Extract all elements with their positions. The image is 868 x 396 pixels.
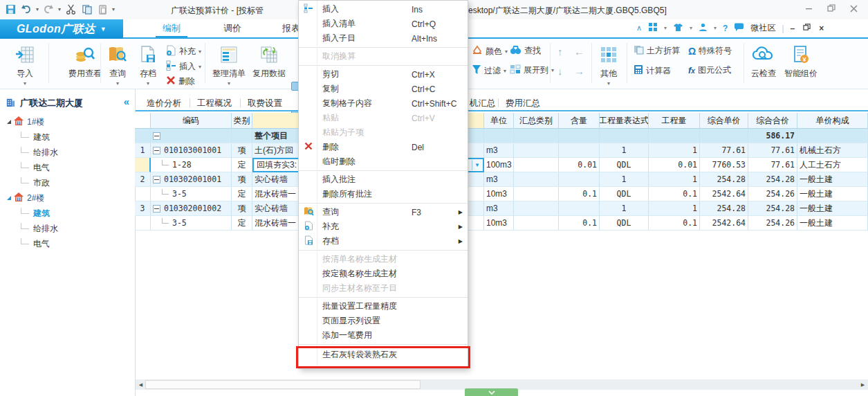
move-down-icon[interactable]: ↓: [557, 65, 563, 77]
doc-close-button[interactable]: ×: [819, 24, 824, 33]
table-row[interactable]: 2 010302001001 项 实心砖墙 m3 1 1 254.28 254.…: [135, 172, 868, 187]
menu-item-delete[interactable]: 删除Del: [299, 140, 468, 154]
table-row[interactable]: 3-5 定 混水砖墙一 10m3 0.1 QDL 0.1 2542.64 254…: [135, 216, 868, 231]
undo-icon[interactable]: [20, 3, 33, 15]
menu-item-add-fee[interactable]: 添加一笔费用: [299, 328, 468, 343]
collapse-minus-icon[interactable]: [153, 205, 160, 213]
earthwork-button[interactable]: 土方折算: [634, 45, 680, 57]
color-button[interactable]: 颜色▾: [472, 45, 508, 57]
tree-leaf-electrical[interactable]: 电气: [0, 236, 135, 251]
tree-leaf-construction-selected[interactable]: 建筑: [0, 206, 135, 221]
move-right-icon[interactable]: →: [574, 65, 584, 77]
tree-node-building2[interactable]: 2#楼: [0, 190, 135, 206]
menu-item-cut[interactable]: 剪切Ctrl+X: [299, 67, 468, 82]
doc-restore-button[interactable]: [803, 24, 811, 33]
menu-item-batch-set-qty-precision[interactable]: 批量设置工程量精度: [299, 299, 468, 314]
tree-leaf-electrical[interactable]: 电气: [0, 160, 135, 175]
smart-pricing-button[interactable]: ¥ 智能组价: [782, 43, 820, 80]
tab-edit[interactable]: 编制: [156, 19, 187, 37]
element-formula-button[interactable]: fx 图元公式: [688, 64, 731, 76]
query-button[interactable]: 查询 ▾: [102, 43, 133, 87]
header-amount[interactable]: 含量: [559, 113, 600, 129]
panel-expand-toggle[interactable]: [465, 388, 518, 396]
sidebar-collapse-icon[interactable]: «: [124, 96, 129, 107]
table-row-selected[interactable]: 1-28 定 回填夯实3:▼ 100m3 0.01 QDL 0.01 7760.…: [135, 158, 868, 172]
header-code[interactable]: 编码: [151, 113, 232, 129]
expanded-triangle-icon[interactable]: [7, 120, 11, 124]
app-logo[interactable]: GLodon广联达 ▼: [0, 19, 123, 39]
close-button[interactable]: [849, 4, 858, 13]
paste-icon[interactable]: [96, 3, 109, 15]
collapse-minus-icon[interactable]: [153, 147, 160, 154]
header-category[interactable]: 类别: [232, 113, 252, 129]
doc-minimize-button[interactable]: –: [791, 24, 795, 33]
menu-item-delete-all-annotations[interactable]: 删除所有批注: [299, 187, 468, 201]
user-icon[interactable]: [699, 23, 708, 34]
insert-button[interactable]: 插入▾: [166, 60, 201, 73]
redo-icon[interactable]: [42, 3, 55, 15]
filter-button[interactable]: 过滤▾: [472, 64, 506, 77]
table-row[interactable]: 整个项目 586.17: [135, 129, 868, 143]
menu-item-insert-annotation[interactable]: 插入批注: [299, 172, 468, 187]
user-caret-icon[interactable]: ▾: [714, 25, 717, 31]
expand-to-button[interactable]: 展开到▾: [510, 64, 554, 76]
tree-leaf-municipal[interactable]: 市政: [0, 175, 135, 190]
scrollbar-thumb[interactable]: [145, 380, 421, 389]
special-symbol-button[interactable]: Ω 特殊符号: [688, 45, 732, 57]
menu-item-supplement[interactable]: 补充▶: [299, 219, 468, 234]
tree-leaf-plumbing[interactable]: 给排水: [0, 221, 135, 236]
other-button[interactable]: 其他 ▾: [593, 43, 624, 87]
copy-icon[interactable]: [80, 3, 93, 15]
menu-item-copy-cell-content[interactable]: 复制格子内容Ctrl+Shift+C: [299, 96, 468, 111]
tab-fee-summary[interactable]: 费用汇总: [506, 96, 540, 110]
tree-node-building1[interactable]: 1#楼: [0, 114, 135, 129]
tab-fee-settings[interactable]: 取费设置: [248, 96, 282, 110]
header-unit[interactable]: 单位: [484, 113, 514, 129]
restore-button[interactable]: [827, 4, 835, 13]
minimize-button[interactable]: [805, 4, 813, 13]
tree-leaf-plumbing[interactable]: 给排水: [0, 145, 135, 160]
move-left-icon[interactable]: ←: [574, 46, 584, 57]
scroll-left-icon[interactable]: ◀: [136, 379, 145, 390]
community-bubble-icon[interactable]: [734, 23, 744, 34]
apps-grid-icon[interactable]: [648, 22, 658, 34]
community-label[interactable]: 微社区: [750, 22, 775, 34]
tab-labor-summary[interactable]: 机汇总: [470, 96, 496, 110]
menu-item-insert[interactable]: 插入Ins: [299, 2, 468, 17]
quick-access-more-icon[interactable]: ▾: [112, 6, 115, 12]
menu-item-gen-material-by-quota-name[interactable]: 按定额名称生成主材: [299, 267, 468, 281]
menu-item-insert-list[interactable]: 插入清单Ctrl+Q: [299, 17, 468, 31]
tidy-list-button[interactable]: 整理清单 ▾: [207, 43, 250, 87]
header-qty[interactable]: 工程量: [649, 113, 700, 129]
header-total-price[interactable]: 综合合价: [748, 113, 797, 129]
delete-button[interactable]: 删除: [166, 75, 195, 87]
scroll-right-icon[interactable]: ▶: [858, 379, 867, 390]
save-icon[interactable]: [4, 3, 17, 15]
reuse-data-button[interactable]: 复用数据: [248, 43, 290, 80]
find-button[interactable]: 查找: [510, 45, 541, 57]
expanded-triangle-icon[interactable]: [7, 196, 11, 200]
theme-caret-icon[interactable]: ▾: [690, 25, 692, 31]
collapse-ribbon-icon[interactable]: ∧: [636, 24, 642, 33]
theme-shirt-icon[interactable]: [673, 23, 683, 34]
undo-caret-icon[interactable]: ▾: [36, 6, 39, 12]
move-up-icon[interactable]: ↑: [557, 46, 563, 57]
tab-cost-analysis[interactable]: 造价分析: [147, 96, 181, 110]
menu-item-query[interactable]: 查询F3▶: [299, 205, 468, 219]
collapse-minus-icon[interactable]: [153, 176, 160, 183]
table-row[interactable]: 1 010103001001 项 土(石)方回 m3 1 1 77.61 77.…: [135, 143, 868, 158]
apps-grid-caret-icon[interactable]: ▾: [664, 25, 667, 31]
menu-item-page-column-settings[interactable]: 页面显示列设置: [299, 314, 468, 328]
supplement-button[interactable]: 补充▾: [166, 45, 201, 58]
header-unit-price[interactable]: 综合单价: [700, 113, 748, 129]
collapse-minus-icon[interactable]: [153, 132, 160, 140]
menu-item-copy[interactable]: 复制Ctrl+C: [299, 82, 468, 96]
menu-item-archive[interactable]: 存档▶: [299, 234, 468, 249]
calculator-button[interactable]: 计算器: [634, 64, 671, 77]
cloud-check-button[interactable]: 云检查: [747, 43, 780, 80]
archive-button[interactable]: 存档 ▾: [133, 43, 163, 87]
menu-item-temp-delete[interactable]: 临时删除: [299, 154, 468, 169]
cut-icon[interactable]: [64, 3, 77, 15]
header-summary[interactable]: 汇总类别: [514, 113, 559, 129]
header-expr[interactable]: 工程量表达式: [600, 113, 649, 129]
